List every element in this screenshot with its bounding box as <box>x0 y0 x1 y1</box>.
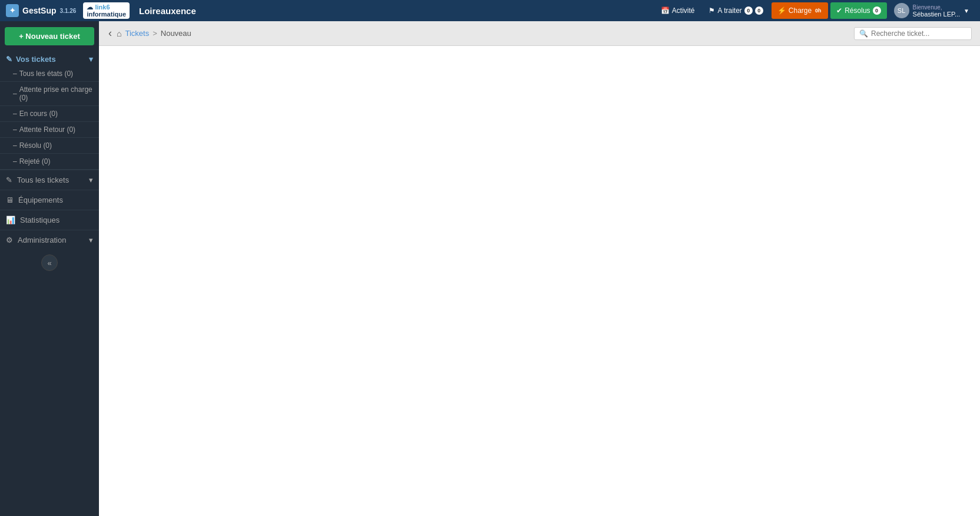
sidebar-item-attente-prise[interactable]: – Attente prise en charge (0) <box>0 82 99 106</box>
collapse-icon: « <box>47 259 51 267</box>
brand-icon: ✦ <box>6 4 19 17</box>
resolus-label: Résolus <box>845 6 870 15</box>
atraiter-button[interactable]: ⚑ A traiter 0 0 <box>703 2 769 19</box>
monitor-icon: 🖥 <box>6 196 14 204</box>
resolus-badge: 0 <box>873 6 881 15</box>
breadcrumb-current: Nouveau <box>161 29 191 38</box>
home-icon[interactable]: ⌂ <box>117 29 121 38</box>
avatar: SL <box>894 3 909 18</box>
sidebar: + Nouveau ticket ✎ Vos tickets ▾ – Tous … <box>0 21 99 516</box>
breadcrumb-separator: > <box>153 29 157 38</box>
tous-tickets-label: Tous les tickets <box>17 176 69 184</box>
topnav-actions: 📅 Activité ⚑ A traiter 0 0 ⚡ Charge 0h ✔… <box>655 2 974 19</box>
breadcrumb-tickets-link[interactable]: Tickets <box>125 29 149 38</box>
dash-icon: – <box>13 125 17 134</box>
user-menu-button[interactable]: SL Bienvenue, Sébastien LEP... ▼ <box>889 2 974 19</box>
brand-version: 3.1.26 <box>60 8 77 14</box>
topnav: ✦ GestSup3.1.26 ☁ link6 informatique Loi… <box>0 0 980 21</box>
calendar-icon: 📅 <box>661 6 670 15</box>
content-area <box>99 46 980 516</box>
user-name: Sébastien LEP... <box>913 11 961 18</box>
atraiter-label: A traiter <box>717 6 741 15</box>
user-greeting: Bienvenue, <box>913 4 961 11</box>
flag-icon: ⚑ <box>708 6 715 15</box>
chevron-down-icon: ▾ <box>89 236 93 244</box>
dash-icon: – <box>13 157 17 166</box>
sidebar-equipements[interactable]: 🖥 Équipements <box>0 190 99 210</box>
brand-name: GestSup <box>22 6 57 15</box>
equipements-label: Équipements <box>18 196 63 204</box>
statistiques-label: Statistiques <box>20 216 59 224</box>
dash-icon: – <box>13 141 17 150</box>
logo-line1: ☁ link6 <box>87 4 126 11</box>
sidebar-collapse-button[interactable]: « <box>41 254 58 271</box>
logo-box: ☁ link6 informatique <box>83 2 130 19</box>
clock-icon: ⚡ <box>777 6 786 15</box>
sidebar-statistiques[interactable]: 📊 Statistiques <box>0 210 99 230</box>
search-icon: 🔍 <box>859 29 868 38</box>
dash-icon: – <box>13 110 17 118</box>
new-ticket-button[interactable]: + Nouveau ticket <box>5 27 94 45</box>
chevron-down-icon: ▾ <box>89 55 93 64</box>
chevron-down-icon: ▼ <box>964 8 969 14</box>
brand: ✦ GestSup3.1.26 <box>6 4 76 17</box>
back-button[interactable]: ‹ <box>107 26 113 41</box>
sidebar-item-en-cours[interactable]: – En cours (0) <box>0 106 99 122</box>
charge-label: Charge <box>789 6 812 15</box>
administration-label: Administration <box>18 236 66 244</box>
sidebar-item-rejete[interactable]: – Rejeté (0) <box>0 154 99 170</box>
ticket-icon: ✎ <box>6 55 12 64</box>
dash-icon: – <box>13 90 17 98</box>
activite-button[interactable]: 📅 Activité <box>655 2 701 19</box>
org-name: Loireauxence <box>139 6 196 16</box>
logo-line2: informatique <box>87 11 126 18</box>
dash-icon: – <box>13 70 17 78</box>
charge-badge: 0h <box>814 6 822 15</box>
atraiter-badge2: 0 <box>755 6 763 15</box>
vos-tickets-label: Vos tickets <box>16 55 56 64</box>
resolus-button[interactable]: ✔ Résolus 0 <box>830 2 886 19</box>
charge-button[interactable]: ⚡ Charge 0h <box>772 2 828 19</box>
sidebar-item-tous-etats[interactable]: – Tous les états (0) <box>0 66 99 82</box>
sidebar-item-attente-retour[interactable]: – Attente Retour (0) <box>0 122 99 138</box>
search-input[interactable] <box>871 29 966 38</box>
chevron-down-icon: ▾ <box>89 176 93 184</box>
app-body: + Nouveau ticket ✎ Vos tickets ▾ – Tous … <box>0 21 980 516</box>
activite-label: Activité <box>672 6 695 15</box>
search-box[interactable]: 🔍 <box>854 27 972 40</box>
check-icon: ✔ <box>836 6 842 15</box>
atraiter-badge1: 0 <box>744 6 753 15</box>
sidebar-tous-tickets[interactable]: ✎ Tous les tickets ▾ <box>0 170 99 190</box>
pencil-icon: ✎ <box>6 176 12 184</box>
chart-icon: 📊 <box>6 216 15 224</box>
sidebar-administration[interactable]: ⚙ Administration ▾ <box>0 230 99 250</box>
back-icon: ‹ <box>108 27 112 39</box>
breadcrumb: ‹ ⌂ Tickets > Nouveau <box>107 26 849 41</box>
sidebar-section-vos-tickets[interactable]: ✎ Vos tickets ▾ <box>0 50 99 66</box>
gear-icon: ⚙ <box>6 236 13 244</box>
sidebar-item-resolu[interactable]: – Résolu (0) <box>0 138 99 154</box>
main-content: ‹ ⌂ Tickets > Nouveau 🔍 <box>99 21 980 516</box>
breadcrumb-bar: ‹ ⌂ Tickets > Nouveau 🔍 <box>99 21 980 46</box>
